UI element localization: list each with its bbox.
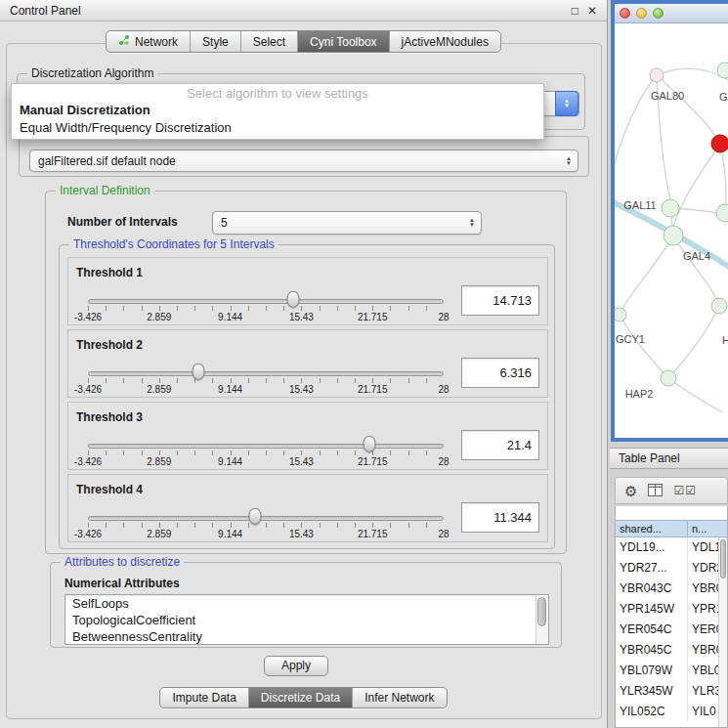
tab-style[interactable]: Style <box>190 31 240 52</box>
close-traffic-light-icon[interactable] <box>620 8 630 19</box>
columns-icon[interactable] <box>648 484 663 498</box>
network-edge[interactable] <box>620 236 673 315</box>
table-data-combo[interactable]: galFiltered.sif default node ▲▼ <box>29 150 578 172</box>
zoom-traffic-light-icon[interactable] <box>653 8 664 19</box>
minimize-traffic-light-icon[interactable] <box>636 8 647 19</box>
cyni-bottom-tab-bar: Impute Data Discretize Data Infer Networ… <box>0 687 607 708</box>
table-row[interactable]: YBR045CYBR0 <box>616 640 718 661</box>
scale-tick-label: 28 <box>438 456 449 467</box>
tab-label: Discretize Data <box>261 691 340 705</box>
table-cell: YBL079W <box>616 661 688 681</box>
tab-discretize-data[interactable]: Discretize Data <box>248 688 352 707</box>
threshold-2-slider[interactable]: -3.4262.8599.14415.4321.71528 <box>88 360 444 399</box>
network-node[interactable] <box>716 204 728 222</box>
table-data-combo-value: galFiltered.sif default node <box>38 154 176 168</box>
table-cell: YDR2 <box>688 558 718 578</box>
scale-tick-label: -3.426 <box>74 384 102 395</box>
table-row[interactable]: YBL079WYBL0 <box>616 661 718 681</box>
table-row[interactable]: YIL052CYIL0 <box>616 702 718 722</box>
combo-stepper-icon[interactable]: ▲▼ <box>566 156 572 166</box>
scale-tick-label: 28 <box>438 529 449 539</box>
threshold-4-panel: Threshold 4 -3.4262.8599.14415.4321.7152… <box>67 474 548 542</box>
slider-track[interactable] <box>88 444 444 449</box>
table-scrollbar[interactable] <box>718 537 727 727</box>
scale-tick-label: -3.426 <box>74 456 102 467</box>
node-label-hap2: HAP2 <box>625 388 654 400</box>
network-node[interactable] <box>711 298 727 314</box>
tab-cyni-toolbox[interactable]: Cyni Toolbox <box>297 31 388 52</box>
threshold-1-slider[interactable]: -3.4262.8599.14415.4321.71528 <box>88 287 444 326</box>
threshold-4-slider[interactable]: -3.4262.8599.14415.4321.71528 <box>88 504 444 543</box>
table-row[interactable]: YER054CYER0 <box>616 620 718 640</box>
table-row[interactable]: YPR145WYPR1 <box>616 599 718 620</box>
menu-item-equal-width-frequency[interactable]: Equal Width/Frequency Discretization <box>12 119 543 137</box>
threshold-3-slider[interactable]: -3.4262.8599.14415.4321.71528 <box>88 432 444 471</box>
attribute-list-item[interactable]: TopologicalCoefficient <box>65 612 548 628</box>
numerical-attributes-list[interactable]: SelfLoopsTopologicalCoefficientBetweenne… <box>64 594 549 645</box>
network-node[interactable] <box>650 68 664 82</box>
table-cell: YPR1 <box>688 599 718 620</box>
threshold-value-field[interactable]: 6.316 <box>461 358 539 388</box>
interval-definition-group-title: Interval Definition <box>56 184 154 197</box>
close-window-icon[interactable]: ✕ <box>587 4 597 18</box>
table-row[interactable]: YLR345WYLR3 <box>616 681 718 702</box>
threshold-value-field[interactable]: 11.344 <box>461 502 539 533</box>
number-of-intervals-label: Number of Intervals <box>67 215 178 229</box>
network-edge[interactable] <box>668 306 719 378</box>
network-edge[interactable] <box>657 75 720 144</box>
threshold-value-field[interactable]: 21.4 <box>461 430 539 460</box>
gear-icon[interactable]: ⚙ <box>624 484 637 498</box>
column-header-shared-name[interactable]: shared... <box>616 520 688 537</box>
slider-track[interactable] <box>88 371 444 376</box>
network-node[interactable] <box>615 308 626 321</box>
select-all-checkbox-icon[interactable]: ☑☑ <box>673 485 697 496</box>
network-canvas[interactable]: GAL80 GA GAL11 GAL4 GCY1 H HAP2 <box>615 23 728 412</box>
column-header-name[interactable]: n... <box>688 520 727 537</box>
slider-thumb[interactable] <box>192 364 204 380</box>
table-cell: YBL0 <box>688 661 718 681</box>
scrollbar-thumb[interactable] <box>537 597 546 626</box>
apply-button[interactable]: Apply <box>264 656 328 676</box>
network-node[interactable] <box>662 199 679 217</box>
network-edge[interactable] <box>720 144 726 213</box>
slider-thumb[interactable] <box>363 436 375 452</box>
table-row[interactable]: YDR27...YDR2 <box>616 558 718 578</box>
table-row[interactable]: YBR043CYBR0 <box>616 578 718 599</box>
attribute-list-item[interactable]: SelfLoops <box>65 595 548 612</box>
slider-track[interactable] <box>88 516 444 521</box>
node-label-gal11: GAL11 <box>623 199 656 211</box>
thresholds-group-title: Threshold's Coordinates for 5 Intervals <box>69 237 278 251</box>
tab-infer-network[interactable]: Infer Network <box>352 688 446 707</box>
tab-impute-data[interactable]: Impute Data <box>160 688 247 707</box>
combo-arrows-icon[interactable]: ▲▼ <box>555 91 578 116</box>
slider-thumb[interactable] <box>249 508 262 525</box>
network-node[interactable] <box>717 63 728 78</box>
threshold-value-field[interactable]: 14.713 <box>461 285 539 316</box>
list-scrollbar[interactable] <box>535 595 548 644</box>
scale-tick-label: 9.144 <box>218 384 242 395</box>
combo-stepper-icon[interactable]: ▲▼ <box>469 218 475 228</box>
number-of-intervals-combo[interactable]: 5 ▲▼ <box>212 211 482 235</box>
slider-track[interactable] <box>88 299 444 304</box>
tab-jactivemnodules[interactable]: jActiveMNodules <box>389 31 500 52</box>
scale-tick-label: 9.144 <box>218 529 242 539</box>
network-node[interactable] <box>661 370 676 386</box>
slider-tick-marks <box>88 523 444 528</box>
menu-item-manual-discretization[interactable]: Manual Discretization <box>12 102 543 119</box>
network-edge[interactable] <box>620 315 668 378</box>
selected-network-node[interactable] <box>711 135 728 152</box>
slider-thumb[interactable] <box>287 291 300 308</box>
network-window-titlebar[interactable] <box>615 4 728 23</box>
network-edge[interactable] <box>673 144 720 227</box>
scale-tick-label: 9.144 <box>218 456 242 467</box>
tab-network[interactable]: Network <box>107 31 190 52</box>
scrollbar-thumb[interactable] <box>720 539 726 578</box>
table-row[interactable]: YDL19...YDL1 <box>616 537 718 558</box>
tab-select[interactable]: Select <box>240 31 297 52</box>
discretization-algorithm-group-title: Discretization Algorithm <box>27 66 157 80</box>
float-window-icon[interactable]: □ <box>572 4 578 18</box>
network-node[interactable] <box>664 226 683 245</box>
attribute-list-item[interactable]: BetweennessCentrality <box>65 628 548 645</box>
menu-header-item: Select algorithm to view settings <box>12 84 543 102</box>
network-edge[interactable] <box>668 378 728 412</box>
